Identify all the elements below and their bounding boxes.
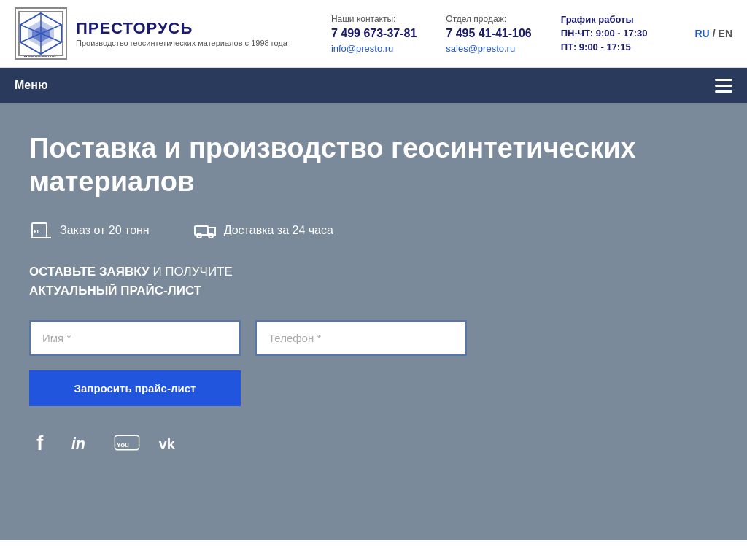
- svg-text:кг: кг: [34, 228, 40, 235]
- cta-normal: И ПОЛУЧИТЕ: [150, 265, 233, 279]
- youtube-icon[interactable]: You: [108, 428, 146, 457]
- menu-label: Меню: [15, 79, 48, 92]
- logo-icon: ПРЕСТОРУСЬ: [18, 10, 64, 57]
- hero-cta: ОСТАВЬТЕ ЗАЯВКУ И ПОЛУЧИТЕ АКТУАЛЬНЫЙ ПР…: [29, 262, 718, 300]
- vk-icon[interactable]: vk: [156, 428, 185, 457]
- logo-block: ПРЕСТОРУСЬ ПРЕСТОРУСЬ Производство геоси…: [15, 7, 287, 60]
- svg-text:ПРЕСТОРУСЬ: ПРЕСТОРУСЬ: [23, 55, 58, 57]
- contacts-block: Наши контакты: 7 499 673-37-81 info@pres…: [331, 14, 695, 54]
- linkedin-icon[interactable]: in: [69, 428, 98, 457]
- hamburger-button[interactable]: [715, 79, 732, 93]
- hamburger-line-1: [715, 79, 732, 81]
- brand-subtitle: Производство геосинтетических материалов…: [76, 38, 287, 48]
- hamburger-line-2: [715, 85, 732, 87]
- hero-section: Поставка и производство геосинтетических…: [0, 103, 747, 540]
- navigation-bar: Меню: [0, 68, 747, 103]
- hero-title: Поставка и производство геосинтетических…: [29, 132, 686, 198]
- phone1[interactable]: 7 499 673-37-81: [331, 27, 417, 40]
- logo-image: ПРЕСТОРУСЬ: [15, 7, 67, 60]
- svg-text:vk: vk: [159, 436, 176, 452]
- phone-input[interactable]: [255, 320, 467, 356]
- feature-order: кг Заказ от 20 тонн: [29, 219, 150, 242]
- cta-line2: АКТУАЛЬНЫЙ ПРАЙС-ЛИСТ: [29, 284, 201, 298]
- feature-delivery: Доставка за 24 часа: [193, 219, 333, 242]
- linkedin-svg: in: [70, 429, 96, 456]
- svg-text:in: in: [71, 435, 85, 453]
- phone2[interactable]: 7 495 41-41-106: [446, 27, 531, 40]
- contact-main: Наши контакты: 7 499 673-37-81 info@pres…: [331, 14, 417, 54]
- brand-name: ПРЕСТОРУСЬ: [76, 19, 287, 38]
- contact-sales: Отдел продаж: 7 495 41-41-106 sales@pres…: [446, 14, 531, 54]
- schedule-weekdays: ПН-ЧТ: 9:00 - 17:30: [561, 28, 648, 39]
- svg-rect-14: [195, 226, 208, 235]
- submit-button[interactable]: Запросить прайс-лист: [29, 370, 241, 406]
- schedule-block: График работы ПН-ЧТ: 9:00 - 17:30 ПТ: 9:…: [561, 14, 648, 54]
- hero-features: кг Заказ от 20 тонн Доставка за 24 часа: [29, 219, 718, 242]
- lang-ru-button[interactable]: RU: [694, 28, 709, 39]
- svg-text:You: You: [116, 440, 129, 448]
- schedule-label: График работы: [561, 14, 648, 25]
- name-input[interactable]: [29, 320, 241, 356]
- email2[interactable]: sales@presto.ru: [446, 43, 531, 54]
- feature-delivery-text: Доставка за 24 часа: [224, 224, 333, 237]
- order-icon: кг: [29, 219, 53, 242]
- schedule-friday: ПТ: 9:00 - 17:15: [561, 42, 648, 52]
- hamburger-line-3: [715, 90, 732, 93]
- contact-form: [29, 320, 718, 356]
- lang-en-button[interactable]: EN: [719, 28, 732, 39]
- feature-order-text: Заказ от 20 тонн: [60, 224, 150, 237]
- logo-text: ПРЕСТОРУСЬ Производство геосинтетических…: [76, 19, 287, 48]
- vk-svg: vk: [158, 429, 184, 456]
- cta-bold: ОСТАВЬТЕ ЗАЯВКУ: [29, 265, 150, 279]
- svg-text:f: f: [36, 432, 44, 454]
- header: ПРЕСТОРУСЬ ПРЕСТОРУСЬ Производство геоси…: [0, 0, 747, 68]
- lang-separator: /: [713, 28, 716, 39]
- facebook-icon[interactable]: f: [29, 428, 58, 457]
- email1[interactable]: info@presto.ru: [331, 43, 417, 54]
- sales-label: Отдел продаж:: [446, 14, 531, 24]
- facebook-svg: f: [31, 429, 57, 456]
- contacts-label: Наши контакты:: [331, 14, 417, 24]
- youtube-svg: You: [114, 429, 140, 456]
- delivery-icon: [193, 219, 217, 242]
- language-switcher: RU / EN: [694, 28, 732, 39]
- social-icons-block: f in You vk: [29, 428, 718, 457]
